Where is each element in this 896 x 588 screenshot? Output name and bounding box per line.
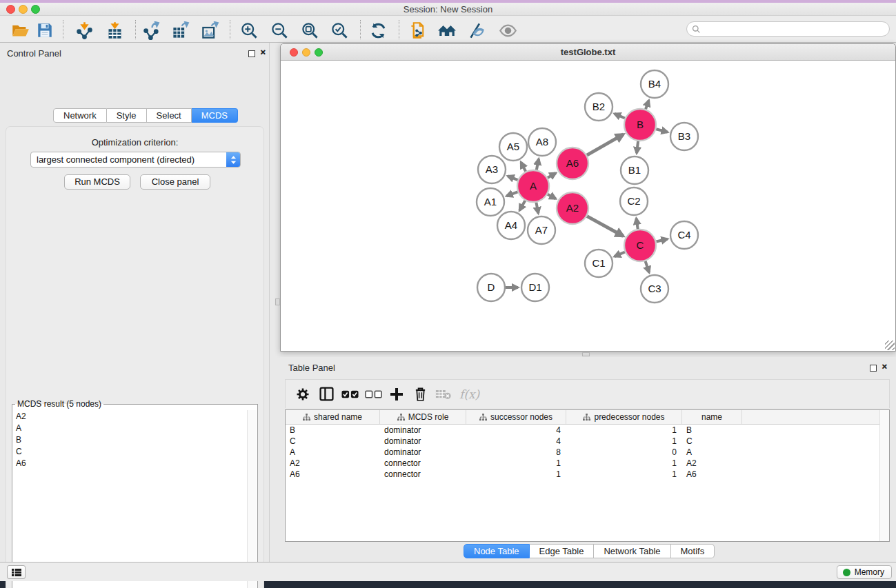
column-header-MCDS-role[interactable]: MCDS role	[380, 410, 466, 424]
edge-A-A8[interactable]	[537, 159, 539, 170]
edge-A-A3[interactable]	[508, 176, 518, 180]
table-cell[interactable]: dominator	[380, 436, 466, 447]
node-B3[interactable]: B3	[670, 123, 698, 150]
table-row[interactable]: Cdominator41C	[286, 436, 889, 447]
table-scrollbar[interactable]	[879, 410, 889, 541]
node-A1[interactable]: A1	[477, 188, 504, 216]
table-cell[interactable]: 1	[566, 469, 682, 480]
clone-network-icon[interactable]	[408, 21, 428, 40]
delete-column-icon[interactable]	[408, 385, 432, 404]
select-all-icon[interactable]	[338, 385, 361, 404]
node-D[interactable]: D	[477, 274, 505, 301]
tab-style[interactable]: Style	[107, 108, 147, 123]
table-cell[interactable]: dominator	[380, 447, 466, 458]
column-header-predecessor-nodes[interactable]: predecessor nodes	[566, 410, 682, 424]
split-divider-handle[interactable]	[275, 298, 280, 305]
tab-mcds[interactable]: MCDS	[192, 108, 238, 123]
table-cell[interactable]: 0	[566, 447, 682, 458]
node-B4[interactable]: B4	[641, 70, 668, 98]
node-A3[interactable]: A3	[478, 156, 506, 183]
refresh-view-icon[interactable]	[368, 21, 388, 40]
table-cell[interactable]: connector	[380, 458, 466, 469]
edge-B-B4[interactable]	[646, 101, 649, 110]
result-item[interactable]: A2	[13, 410, 247, 422]
table-cell[interactable]: A	[682, 447, 742, 458]
table-cell[interactable]: A	[286, 447, 380, 458]
table-cell[interactable]: 1	[466, 469, 566, 480]
edge-C-C4[interactable]	[656, 239, 667, 242]
node-A6[interactable]: A6	[557, 148, 588, 179]
node-A2[interactable]: A2	[557, 192, 588, 224]
export-image-icon[interactable]	[200, 21, 219, 40]
column-header-shared-name[interactable]: shared name	[286, 410, 380, 424]
node-A[interactable]: A	[517, 170, 549, 202]
network-graph[interactable]: B4B2BB3A5A8A6B1A3AA1C2A2A4A7C4CC1C3DD1	[281, 61, 895, 351]
tab-select[interactable]: Select	[147, 108, 192, 123]
close-panel-button[interactable]: Close panel	[140, 174, 210, 190]
zoom-fit-icon[interactable]	[300, 21, 319, 40]
node-A5[interactable]: A5	[499, 133, 527, 161]
edge-A6-B[interactable]	[587, 134, 624, 155]
edge-C-C3[interactable]	[646, 261, 650, 273]
table-cell[interactable]: A6	[682, 469, 742, 480]
edge-A-A6[interactable]	[548, 173, 556, 178]
node-D1[interactable]: D1	[521, 274, 549, 301]
open-session-icon[interactable]	[10, 21, 30, 40]
table-cell[interactable]: B	[286, 425, 380, 436]
memory-button[interactable]: Memory	[837, 565, 892, 579]
export-network-icon[interactable]	[141, 21, 161, 40]
table-cell[interactable]: C	[682, 436, 742, 447]
table-row[interactable]: A6connector11A6	[286, 469, 889, 480]
node-C3[interactable]: C3	[641, 275, 668, 303]
task-history-button[interactable]	[7, 565, 26, 579]
zoom-selected-icon[interactable]	[330, 21, 349, 40]
edge-A2-C[interactable]	[587, 216, 624, 236]
float-panel-icon[interactable]	[248, 50, 255, 57]
tab-network-table[interactable]: Network Table	[594, 544, 670, 558]
tab-node-table[interactable]: Node Table	[464, 544, 530, 558]
run-mcds-button[interactable]: Run MCDS	[64, 174, 130, 190]
zoom-in-icon[interactable]	[239, 21, 259, 40]
result-item[interactable]: C	[13, 445, 247, 457]
function-builder-icon[interactable]: f(x)	[459, 387, 479, 401]
criterion-dropdown[interactable]: largest connected component (directed)	[30, 152, 241, 168]
node-B[interactable]: B	[624, 109, 656, 141]
table-cell[interactable]: 8	[466, 447, 566, 458]
edge-A-A7[interactable]	[536, 203, 538, 214]
edge-B-B1[interactable]	[637, 141, 638, 153]
node-A8[interactable]: A8	[528, 128, 556, 156]
table-row[interactable]: Adominator80A	[286, 447, 889, 458]
export-table-icon[interactable]	[170, 21, 190, 40]
table-cell[interactable]: 1	[466, 458, 566, 469]
table-row[interactable]: Bdominator41B	[286, 425, 889, 436]
node-A4[interactable]: A4	[497, 212, 525, 239]
edge-A-A1[interactable]	[506, 192, 517, 196]
node-A7[interactable]: A7	[528, 216, 555, 244]
edge-B-B3[interactable]	[656, 129, 668, 132]
node-C2[interactable]: C2	[620, 187, 648, 215]
result-item[interactable]: A6	[13, 457, 247, 469]
node-C[interactable]: C	[624, 230, 656, 261]
import-table-icon[interactable]	[105, 21, 124, 40]
table-settings-icon[interactable]	[291, 385, 315, 404]
table-cell[interactable]: 1	[566, 436, 682, 447]
delete-table-icon[interactable]	[432, 385, 455, 404]
node-C4[interactable]: C4	[670, 221, 698, 249]
close-panel-icon[interactable]: +	[255, 45, 271, 61]
node-B2[interactable]: B2	[585, 93, 613, 121]
tab-network[interactable]: Network	[53, 108, 107, 123]
column-header-name[interactable]: name	[682, 410, 742, 424]
table-cell[interactable]: dominator	[380, 425, 466, 436]
network-window-titlebar[interactable]: testGlobe.txt	[281, 44, 895, 61]
import-network-icon[interactable]	[74, 21, 94, 40]
table-cell[interactable]: 1	[566, 425, 682, 436]
table-cell[interactable]: A2	[286, 458, 380, 469]
column-browser-icon[interactable]	[315, 385, 338, 404]
table-cell[interactable]: connector	[380, 469, 466, 480]
network-canvas[interactable]: B4B2BB3A5A8A6B1A3AA1C2A2A4A7C4CC1C3DD1	[281, 61, 895, 351]
float-table-panel-icon[interactable]	[870, 365, 877, 372]
table-cell[interactable]: C	[286, 436, 380, 447]
home-layout-icon[interactable]	[437, 21, 457, 40]
node-C1[interactable]: C1	[585, 250, 613, 277]
table-cell[interactable]: 4	[466, 436, 566, 447]
